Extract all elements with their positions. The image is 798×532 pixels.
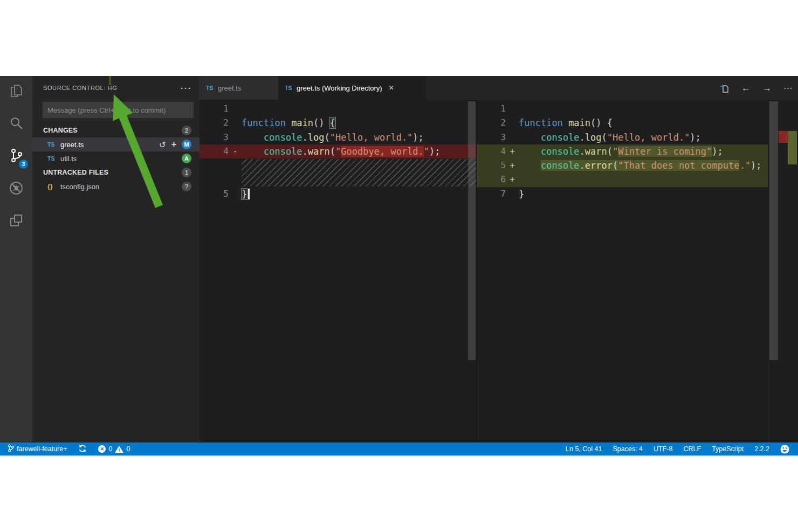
code-token: console: [541, 160, 580, 171]
code-token: function: [242, 118, 291, 128]
sidebar-item-explorer[interactable]: [0, 76, 32, 108]
untracked-section-header[interactable]: UNTRACKED FILES 1: [32, 165, 200, 179]
tab-greet-ts-working-directory[interactable]: TS greet.ts (Working Directory) ✕: [278, 76, 426, 100]
file-row-util[interactable]: TS util.ts A: [32, 151, 200, 165]
tab-greet-ts[interactable]: TS greet.ts: [200, 76, 278, 100]
hatch-pattern: [242, 159, 476, 186]
indentation-setting[interactable]: Spaces: 4: [609, 445, 646, 453]
code-token: Winter is coming: [618, 146, 706, 157]
file-row-greet[interactable]: TS greet.ts ↺ + M: [32, 137, 200, 151]
code-token: (: [607, 146, 613, 157]
code-line[interactable]: 5}: [200, 187, 476, 201]
status-badge-added: A: [182, 154, 191, 163]
screenshot-page: 3: [0, 0, 798, 532]
code-line[interactable]: 1: [477, 102, 798, 116]
open-file-icon[interactable]: [720, 83, 730, 93]
line-number: 4: [477, 144, 506, 158]
diff-sign: +: [506, 172, 519, 186]
changes-section-header[interactable]: CHANGES 2: [32, 123, 200, 137]
more-actions-icon[interactable]: ···: [181, 84, 192, 93]
left-editor-scrollbar[interactable]: [468, 101, 476, 360]
code-token: }: [519, 189, 524, 199]
code-token: log: [585, 132, 602, 143]
extensions-icon: [8, 212, 24, 231]
commit-message-input[interactable]: [43, 102, 194, 118]
more-actions-icon[interactable]: ···: [783, 84, 793, 93]
status-badge-modified: M: [182, 140, 191, 149]
diff-filler-region[interactable]: [200, 158, 476, 187]
typescript-file-icon: TS: [47, 155, 60, 162]
stage-changes-icon[interactable]: +: [171, 140, 176, 149]
diff-editor: 12function main() {3 console.log("Hello,…: [200, 100, 798, 443]
code-token: "Hello, world.": [330, 132, 413, 143]
code-line[interactable]: 1: [200, 102, 476, 116]
file-row-tsconfig[interactable]: {} tsconfig.json ?: [32, 179, 200, 194]
diff-sign: [229, 130, 242, 144]
problems-indicator[interactable]: ✕ 0 ! 0: [96, 445, 132, 453]
code-line[interactable]: 3 console.log("Hello, world.");: [200, 130, 476, 144]
code-line[interactable]: 7}: [477, 187, 798, 201]
json-file-icon: {}: [47, 183, 60, 190]
code-token: Goodbye, world.: [341, 146, 424, 157]
code-token: .": [739, 160, 750, 171]
branch-indicator[interactable]: farewell-feature+: [5, 444, 69, 454]
line-number: 5: [477, 158, 506, 172]
version-indicator[interactable]: 2.2.2: [751, 445, 773, 453]
overview-removed-mark: [779, 131, 788, 143]
line-number: 2: [477, 116, 506, 130]
sync-button[interactable]: [77, 445, 88, 454]
code-token: warn: [585, 146, 607, 157]
files-icon: [8, 83, 24, 101]
code-text: console.log("Hello, world.");: [519, 130, 701, 144]
changes-count-badge: 2: [182, 126, 191, 135]
code-token: .: [580, 146, 585, 157]
text-cursor: [248, 189, 250, 199]
language-mode[interactable]: TypeScript: [708, 445, 747, 453]
code-token: [519, 160, 541, 171]
warning-icon: !: [115, 446, 123, 453]
code-token: (: [602, 132, 607, 143]
overview-added-mark: [788, 131, 797, 164]
vscode-window: 3: [0, 76, 798, 455]
sidebar-item-extensions[interactable]: [0, 205, 32, 238]
sidebar-item-search[interactable]: [0, 108, 32, 141]
code-line[interactable]: 2function main() {: [200, 116, 476, 130]
discard-changes-icon[interactable]: ↺: [159, 141, 166, 149]
close-icon[interactable]: ✕: [389, 84, 394, 92]
diff-sign: -: [229, 144, 242, 158]
search-icon: [8, 115, 24, 134]
code-token: "Hello, world.": [607, 132, 690, 143]
previous-change-icon[interactable]: ←: [741, 84, 751, 93]
diff-sign: [229, 102, 242, 116]
feedback-smiley-icon[interactable]: [777, 445, 793, 454]
line-number: 1: [200, 102, 229, 116]
right-editor-scrollbar[interactable]: [769, 101, 778, 360]
sidebar-item-source-control[interactable]: 3: [0, 141, 32, 173]
encoding-setting[interactable]: UTF-8: [650, 445, 676, 453]
code-text: console.warn("Winter is coming");: [519, 144, 723, 158]
diff-sign: [229, 187, 242, 201]
cursor-position[interactable]: Ln 5, Col 41: [562, 445, 605, 453]
code-text: console.log("Hello, world.");: [242, 130, 424, 144]
code-token: error: [585, 160, 613, 171]
code-line[interactable]: 4+ console.warn("Winter is coming");: [477, 144, 798, 158]
code-token: .: [302, 146, 308, 157]
code-token: (): [590, 118, 607, 128]
code-line[interactable]: 3 console.log("Hello, world.");: [477, 130, 798, 144]
sidebar-item-debug[interactable]: [0, 173, 32, 205]
code-line[interactable]: 2function main() {: [477, 116, 798, 130]
code-line[interactable]: 4- console.warn("Goodbye, world.");: [200, 144, 476, 158]
debug-disabled-icon: [8, 179, 25, 199]
code-token: [242, 146, 264, 157]
code-token: (: [325, 132, 330, 143]
activity-bar: 3: [0, 76, 32, 443]
code-token: ": [335, 146, 341, 157]
code-token: ": [706, 146, 712, 157]
code-line[interactable]: 5+ console.error("That does not compute.…: [477, 158, 798, 172]
code-line[interactable]: 6+: [477, 172, 798, 186]
code-token: [519, 132, 541, 143]
next-change-icon[interactable]: →: [762, 84, 772, 93]
diff-sign: [506, 116, 519, 130]
diff-sign: [506, 102, 519, 116]
eol-setting[interactable]: CRLF: [680, 445, 704, 453]
